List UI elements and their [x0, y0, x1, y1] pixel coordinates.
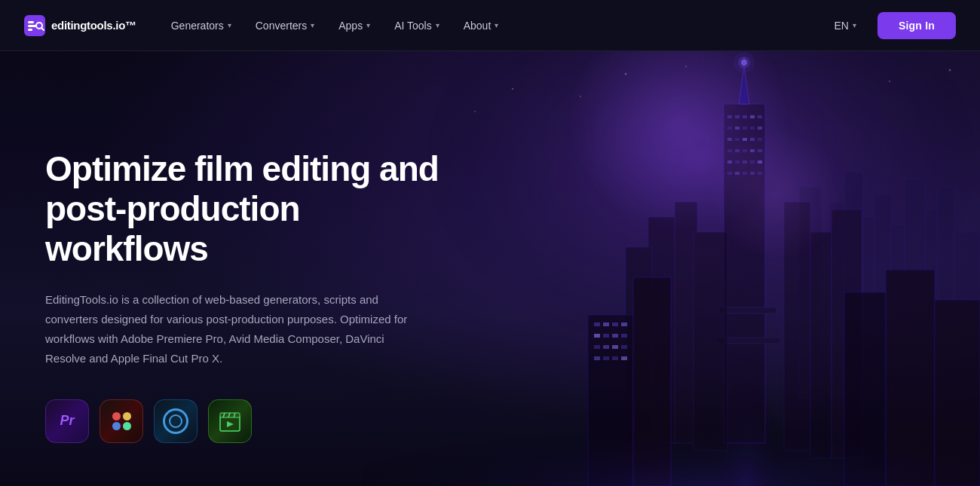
svg-point-91: [949, 69, 951, 72]
logo-link[interactable]: editingtools.io™: [24, 15, 136, 36]
nav-item-aitools[interactable]: AI Tools ▾: [384, 14, 450, 38]
chevron-down-icon: ▾: [436, 21, 439, 29]
svg-rect-43: [750, 160, 755, 164]
svg-rect-42: [743, 160, 747, 164]
svg-rect-69: [603, 334, 609, 338]
svg-rect-67: [621, 322, 627, 326]
nav-items: Generators ▾ Converters ▾ Apps ▾ AI Tool…: [161, 14, 510, 38]
nav-left: editingtools.io™ Generators ▾ Converters…: [24, 14, 509, 38]
svg-point-83: [733, 52, 755, 73]
svg-rect-40: [727, 160, 732, 164]
svg-rect-77: [603, 356, 609, 360]
svg-rect-35: [727, 149, 732, 152]
svg-rect-20: [727, 115, 732, 118]
language-selector[interactable]: EN ▾: [825, 14, 865, 38]
svg-rect-27: [743, 127, 747, 130]
nav-item-generators[interactable]: Generators ▾: [161, 14, 242, 38]
nav-item-about[interactable]: About ▾: [453, 14, 510, 38]
svg-rect-36: [735, 149, 740, 152]
logo-text: editingtools.io™: [51, 19, 136, 32]
svg-rect-46: [735, 172, 740, 175]
svg-rect-34: [758, 138, 762, 141]
svg-rect-38: [750, 149, 755, 152]
svg-rect-24: [758, 115, 762, 118]
navbar: editingtools.io™ Generators ▾ Converters…: [0, 0, 980, 51]
svg-rect-49: [758, 172, 762, 175]
svg-rect-44: [758, 160, 762, 164]
nav-item-converters[interactable]: Converters ▾: [245, 14, 325, 38]
app-icon-premiere-pro[interactable]: Pr: [45, 399, 89, 443]
svg-rect-26: [735, 127, 740, 130]
city-skyline: [362, 51, 980, 486]
hero-section: Optimize film editing and post-productio…: [0, 51, 980, 486]
chevron-down-icon: ▾: [495, 21, 498, 29]
svg-rect-28: [750, 127, 755, 130]
hero-content: Optimize film editing and post-productio…: [45, 149, 452, 443]
svg-rect-37: [743, 149, 747, 152]
svg-rect-39: [758, 149, 762, 152]
nav-right: EN ▾ Sign In: [825, 12, 956, 39]
svg-rect-48: [750, 172, 755, 175]
chevron-down-icon: ▾: [366, 21, 370, 29]
svg-rect-76: [594, 356, 600, 360]
svg-rect-84: [362, 390, 980, 486]
svg-rect-70: [612, 334, 618, 338]
app-icons-row: Pr: [45, 399, 452, 443]
svg-rect-32: [743, 138, 747, 141]
svg-rect-3: [28, 29, 32, 31]
svg-rect-29: [758, 127, 762, 130]
svg-rect-22: [743, 115, 747, 118]
svg-rect-64: [594, 322, 600, 326]
chevron-down-icon: ▾: [311, 21, 314, 29]
svg-rect-72: [594, 345, 600, 349]
app-icon-avid[interactable]: [154, 399, 198, 443]
svg-rect-74: [612, 345, 618, 349]
svg-point-89: [580, 96, 581, 97]
svg-rect-78: [612, 356, 618, 360]
nav-item-apps[interactable]: Apps ▾: [328, 14, 381, 38]
svg-point-87: [474, 111, 476, 112]
svg-rect-23: [750, 115, 755, 118]
hero-description: EditingTools.io is a collection of web-b…: [45, 290, 415, 369]
hero-title: Optimize film editing and post-productio…: [45, 149, 452, 269]
svg-rect-25: [727, 127, 732, 130]
svg-point-90: [889, 81, 890, 82]
svg-rect-66: [612, 322, 618, 326]
svg-rect-47: [743, 172, 747, 175]
svg-rect-21: [735, 115, 740, 118]
svg-point-86: [625, 73, 627, 75]
svg-rect-33: [750, 138, 755, 141]
svg-point-88: [685, 66, 687, 67]
svg-rect-31: [735, 138, 740, 141]
chevron-down-icon: ▾: [228, 21, 231, 29]
svg-rect-30: [727, 138, 732, 141]
svg-rect-68: [594, 334, 600, 338]
app-icon-fcpx[interactable]: [208, 399, 252, 443]
sign-in-button[interactable]: Sign In: [877, 12, 956, 39]
svg-rect-45: [727, 172, 732, 175]
chevron-down-icon: ▾: [853, 21, 856, 29]
svg-rect-73: [603, 345, 609, 349]
app-icon-davinci-resolve[interactable]: [100, 399, 143, 443]
svg-point-85: [512, 88, 513, 90]
svg-rect-65: [603, 322, 609, 326]
svg-rect-1: [28, 21, 34, 23]
svg-rect-75: [621, 345, 627, 349]
svg-rect-79: [621, 356, 627, 360]
svg-rect-41: [735, 160, 740, 164]
svg-rect-71: [621, 334, 627, 338]
